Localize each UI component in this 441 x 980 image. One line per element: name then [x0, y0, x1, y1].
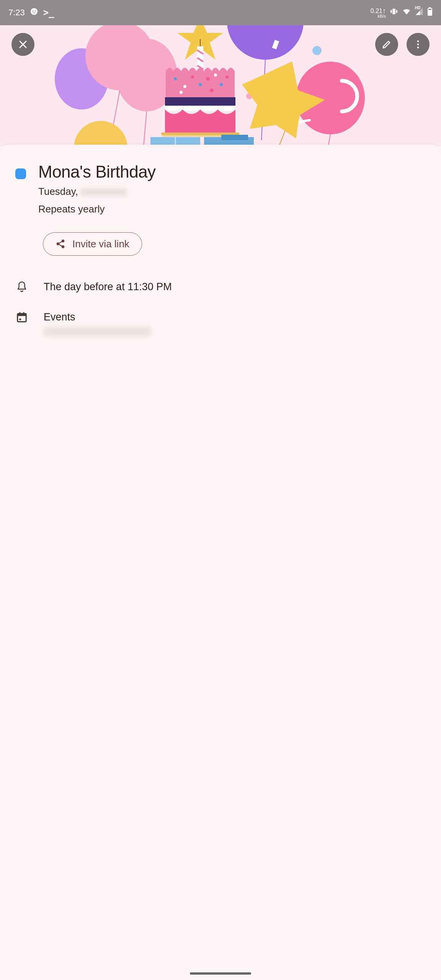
status-left: 7:23 >_ [8, 7, 54, 18]
event-date: Tuesday, [38, 184, 270, 199]
share-icon [56, 239, 65, 249]
svg-point-41 [210, 88, 214, 92]
redacted-account-email [44, 327, 151, 336]
android-status-bar: 7:23 >_ 0.21↑ kB/s HD [0, 0, 270, 25]
cake [161, 68, 239, 137]
calendar-icon [16, 311, 28, 323]
reminder-row[interactable]: The day before at 11:30 PM [15, 281, 270, 293]
close-icon [18, 39, 28, 50]
terminal-icon: >_ [43, 7, 54, 18]
svg-line-60 [59, 244, 62, 246]
svg-point-36 [206, 77, 210, 81]
svg-point-38 [220, 83, 223, 86]
invite-via-link-button[interactable]: Invite via link [43, 232, 142, 256]
svg-point-33 [183, 85, 186, 88]
svg-point-32 [174, 77, 177, 80]
svg-point-39 [225, 75, 229, 78]
svg-point-40 [180, 91, 183, 94]
redacted-date [81, 188, 127, 196]
svg-point-1 [32, 11, 33, 12]
svg-point-65 [19, 318, 21, 320]
invite-label: Invite via link [72, 238, 129, 250]
svg-rect-44 [161, 132, 239, 135]
svg-point-0 [31, 8, 38, 15]
svg-rect-62 [18, 314, 26, 316]
event-details-sheet: Mona's Birthday Tuesday, Repeats yearly … [0, 145, 270, 600]
event-title: Mona's Birthday [38, 162, 270, 181]
svg-point-37 [214, 74, 217, 77]
calendar-name: Events [44, 311, 151, 323]
svg-rect-42 [165, 97, 235, 106]
notif-icon [29, 7, 39, 18]
svg-line-59 [59, 242, 62, 243]
svg-point-35 [199, 83, 202, 86]
svg-point-34 [191, 75, 194, 78]
event-color-swatch [15, 168, 26, 179]
svg-point-2 [34, 11, 36, 12]
svg-rect-49 [221, 135, 248, 140]
event-recurrence: Repeats yearly [38, 201, 270, 217]
status-time: 7:23 [8, 8, 25, 18]
reminder-text: The day before at 11:30 PM [44, 281, 172, 293]
close-button[interactable] [11, 33, 34, 56]
bell-icon [16, 281, 28, 292]
calendar-row[interactable]: Events [15, 311, 270, 336]
